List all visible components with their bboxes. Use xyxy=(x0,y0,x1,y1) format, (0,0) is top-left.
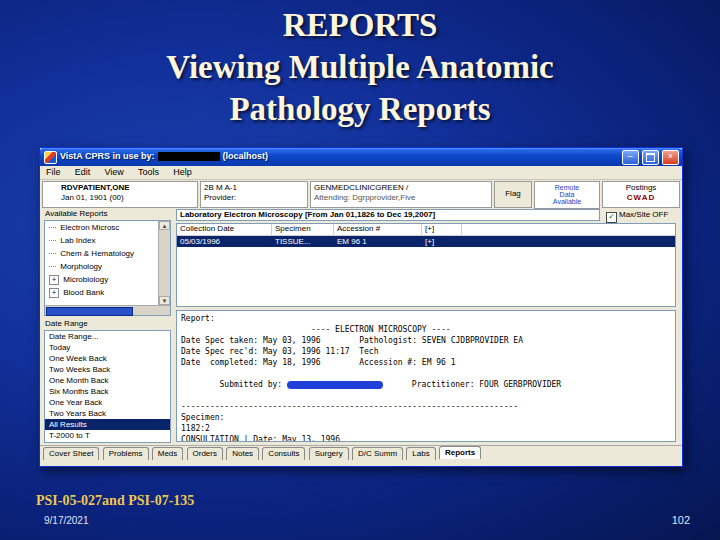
patient-icon xyxy=(46,185,58,202)
tab-orders[interactable]: Orders xyxy=(187,447,223,460)
report-line: ---- ELECTRON MICROSCOPY ---- xyxy=(181,324,671,335)
tree-item-label: Blood Bank xyxy=(63,288,104,297)
remote-line-2: Data xyxy=(538,191,596,198)
tree-item-blood-bank[interactable]: + Blood Bank xyxy=(45,286,170,299)
date-range-item[interactable]: T-2000 to T xyxy=(45,430,170,441)
date-range-item[interactable]: Today xyxy=(45,342,170,353)
maximize-icon xyxy=(646,153,655,162)
tree-horizontal-scrollbar[interactable] xyxy=(45,305,170,315)
maximize-button[interactable] xyxy=(642,150,659,165)
date-range-item[interactable]: Two Years Back xyxy=(45,408,170,419)
report-text-area[interactable]: Report: ---- ELECTRON MICROSCOPY ---- Da… xyxy=(176,310,676,442)
tree-branch-icon xyxy=(49,240,56,241)
patient-name-cell[interactable]: RDVPATIENT,ONE Jan 01, 1901 (00) xyxy=(42,181,198,208)
menu-help[interactable]: Help xyxy=(167,166,198,178)
title-line-2: Viewing Multiple Anatomic xyxy=(166,49,553,85)
tree-branch-icon xyxy=(49,266,56,267)
close-button[interactable]: × xyxy=(662,150,679,165)
scrollbar-thumb[interactable] xyxy=(46,307,133,316)
scroll-up-icon[interactable]: ▲ xyxy=(159,221,170,230)
flag-button[interactable]: Flag xyxy=(494,181,532,208)
scroll-down-icon[interactable]: ▼ xyxy=(159,296,170,305)
date-range-item[interactable]: One Month Back xyxy=(45,375,170,386)
tab-surgery[interactable]: Surgery xyxy=(309,447,349,460)
remote-data-button[interactable]: Remote Data Available xyxy=(534,181,600,209)
column-collection-date[interactable]: Collection Date xyxy=(177,224,272,235)
menu-tools[interactable]: Tools xyxy=(132,166,165,178)
slide: REPORTS Viewing Multiple Anatomic Pathol… xyxy=(0,0,720,540)
submitted-by-label: Submitted by: xyxy=(220,380,287,389)
redaction-box xyxy=(158,152,220,161)
menu-file[interactable]: File xyxy=(40,166,67,178)
expand-plus-icon[interactable]: + xyxy=(49,288,59,298)
tab-dc-summ[interactable]: D/C Summ xyxy=(352,447,403,460)
column-extra[interactable]: [+] xyxy=(422,224,462,235)
remote-line-3: Available xyxy=(538,198,596,205)
results-grid: Collection Date Specimen Accession # [+]… xyxy=(176,223,676,307)
visit-location: 2B M A-1 xyxy=(204,183,304,193)
menu-edit[interactable]: Edit xyxy=(69,166,97,178)
result-row-selected[interactable]: 05/03/1996 TISSUE... EM 96 1 [+] xyxy=(177,236,675,247)
psi-reference: PSI-05-027and PSI-07-135 xyxy=(36,493,194,509)
tab-cover-sheet[interactable]: Cover Sheet xyxy=(43,447,99,460)
tab-notes[interactable]: Notes xyxy=(226,447,259,460)
date-range-label: Date Range xyxy=(45,319,88,328)
tab-consults[interactable]: Consults xyxy=(262,447,305,460)
date-range-item[interactable]: Two Weeks Back xyxy=(45,364,170,375)
tab-meds[interactable]: Meds xyxy=(152,447,184,460)
checkbox-icon[interactable]: ✓ xyxy=(606,212,617,223)
patient-info-bar: RDVPATIENT,ONE Jan 01, 1901 (00) 2B M A-… xyxy=(40,180,682,207)
slide-date: 9/17/2021 xyxy=(44,515,89,526)
provider-label: Provider: xyxy=(204,193,304,203)
report-line: CONSULTATION | Date: May 13, 1996 xyxy=(181,434,671,442)
report-label: Report: xyxy=(181,313,671,324)
patient-name: RDVPATIENT,ONE xyxy=(61,183,194,193)
clinic-name: GENMEDCLINICGREEN / xyxy=(314,183,488,193)
date-range-item-selected[interactable]: All Results xyxy=(45,419,170,430)
report-header-bar: Laboratory Electron Microscopy [From Jan… xyxy=(176,209,600,221)
tree-item-label: Microbiology xyxy=(63,275,108,284)
tree-item-chem-hematology[interactable]: Chem & Hematology xyxy=(45,247,170,260)
postings-cell[interactable]: Postings CWAD xyxy=(602,181,680,208)
tree-branch-icon xyxy=(49,253,56,254)
tree-item-electron-microscopy[interactable]: Electron Microsc xyxy=(45,221,170,234)
date-range-item[interactable]: One Year Back xyxy=(45,397,170,408)
cprs-window: VistA CPRS in use by:(localhost) – × Fil… xyxy=(39,147,683,467)
column-specimen[interactable]: Specimen xyxy=(272,224,334,235)
tab-reports[interactable]: Reports xyxy=(439,446,481,459)
visit-location-cell[interactable]: 2B M A-1 Provider: xyxy=(200,181,308,208)
grid-header-row: Collection Date Specimen Accession # [+] xyxy=(177,224,675,236)
window-controls: – × xyxy=(621,150,679,165)
column-accession[interactable]: Accession # xyxy=(334,224,422,235)
tree-item-morphology[interactable]: Morphology xyxy=(45,260,170,273)
date-range-list: Date Range... Today One Week Back Two We… xyxy=(44,330,171,443)
expand-plus-icon[interactable]: + xyxy=(49,275,59,285)
tree-item-lab-index[interactable]: Lab Index xyxy=(45,234,170,247)
available-reports-tree: Electron Microsc Lab Index Chem & Hemato… xyxy=(44,220,171,316)
title-line-1: REPORTS xyxy=(283,7,438,43)
max-site-toggle[interactable]: ✓Max/Site OFF xyxy=(606,209,676,221)
menu-view[interactable]: View xyxy=(99,166,130,178)
title-line-3: Pathology Reports xyxy=(229,91,490,127)
report-line: Date Spec rec'd: May 03, 1996 11:17 Tech xyxy=(181,346,671,357)
cprs-app-icon xyxy=(44,151,57,164)
clinic-cell[interactable]: GENMEDCLINICGREEN / Attending: Dgrpprovi… xyxy=(310,181,492,208)
cell-specimen: TISSUE... xyxy=(272,236,334,247)
report-line: 1182:2 xyxy=(181,423,671,434)
tree-item-label: Chem & Hematology xyxy=(60,249,134,258)
date-range-item[interactable]: One Week Back xyxy=(45,353,170,364)
tab-labs[interactable]: Labs xyxy=(406,447,435,460)
postings-label: Postings xyxy=(606,183,676,193)
report-line: Date completed: May 18, 1996 Accession #… xyxy=(181,357,671,368)
cell-collection-date: 05/03/1996 xyxy=(177,236,272,247)
tree-item-microbiology[interactable]: + Microbiology xyxy=(45,273,170,286)
date-range-item[interactable]: Date Range... xyxy=(45,331,170,342)
tree-vertical-scrollbar[interactable]: ▲ ▼ xyxy=(158,221,170,305)
date-range-item[interactable]: Six Months Back xyxy=(45,386,170,397)
minimize-button[interactable]: – xyxy=(622,150,639,165)
attending-provider: Attending: Dgrpprovider,Five xyxy=(314,193,488,203)
window-titlebar[interactable]: VistA CPRS in use by:(localhost) – × xyxy=(40,148,682,166)
tree-item-label: Electron Microsc xyxy=(60,223,119,232)
practitioner-text: Practitioner: FOUR GERBPROVIDER xyxy=(383,380,561,389)
tab-problems[interactable]: Problems xyxy=(103,447,149,460)
